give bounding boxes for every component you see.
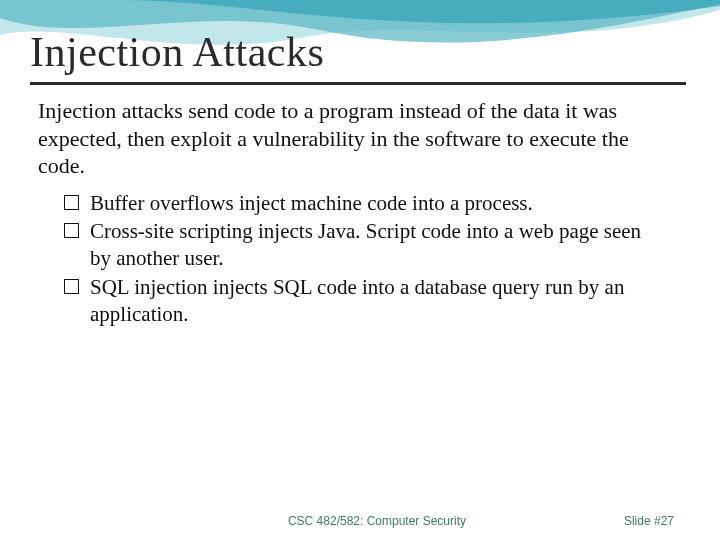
intro-paragraph: Injection attacks send code to a program… — [30, 97, 686, 180]
list-item: Buffer overflows inject machine code int… — [64, 190, 666, 217]
title-underline — [30, 82, 686, 85]
list-item: SQL injection injects SQL code into a da… — [64, 274, 666, 328]
list-item: Cross-site scripting injects Java. Scrip… — [64, 218, 666, 272]
bullet-list: Buffer overflows inject machine code int… — [30, 190, 686, 328]
slide-container: Injection Attacks Injection attacks send… — [0, 0, 720, 540]
slide-title: Injection Attacks — [30, 28, 686, 76]
